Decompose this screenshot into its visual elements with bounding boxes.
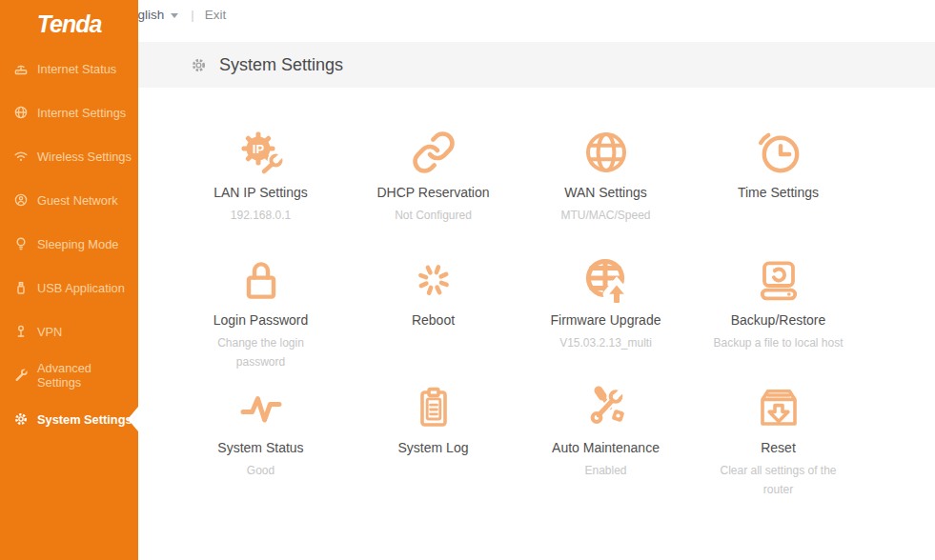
sidebar-item-sleeping-mode[interactable]: Sleeping Mode <box>0 222 138 266</box>
tile-title: Firmware Upgrade <box>551 312 661 329</box>
tools-icon <box>583 385 629 430</box>
vpn-icon <box>13 324 29 339</box>
clipboard-icon <box>411 385 457 430</box>
tile-reset[interactable]: Reset Clear all settings of the router <box>692 385 864 512</box>
settings-grid: IP LAN IP Settings 192.168.0.1 DHCP Rese… <box>174 130 864 512</box>
top-bar: English | Exit <box>0 0 935 42</box>
tile-wan-settings[interactable]: WAN Settings MTU/MAC/Speed <box>519 130 692 257</box>
sidebar-item-label: VPN <box>37 325 62 339</box>
pulse-icon <box>238 385 284 430</box>
sidebar-nav: Internet Status Internet Settings Wirele… <box>0 47 138 441</box>
tile-title: Backup/Restore <box>731 312 826 329</box>
exit-link[interactable]: Exit <box>205 8 227 22</box>
chevron-down-icon <box>171 13 178 18</box>
active-item-arrow <box>128 407 138 431</box>
link-icon <box>411 130 457 175</box>
tile-title: Auto Maintenance <box>552 440 660 456</box>
tile-reboot[interactable]: Reboot <box>347 257 519 385</box>
router-icon <box>13 61 29 76</box>
tile-time-settings[interactable]: Time Settings <box>692 130 864 257</box>
tile-title: LAN IP Settings <box>213 185 308 201</box>
backup-drive-icon <box>756 257 802 303</box>
wifi-icon <box>13 149 29 164</box>
tile-system-status[interactable]: System Status Good <box>174 385 347 512</box>
tile-auto-maintenance[interactable]: Auto Maintenance Enabled <box>519 385 692 512</box>
router-admin-screen: English | Exit Tenda Internet Status Int <box>0 0 935 560</box>
globe-icon <box>13 105 29 120</box>
tile-subtitle: V15.03.2.13_multi <box>559 333 652 352</box>
tile-title: WAN Settings <box>564 185 647 201</box>
sidebar-item-internet-settings[interactable]: Internet Settings <box>0 90 138 134</box>
tile-subtitle: MTU/MAC/Speed <box>560 206 650 225</box>
tile-subtitle: Backup a file to local host <box>713 333 843 352</box>
tile-title: System Status <box>217 440 303 456</box>
bulb-icon <box>13 236 29 251</box>
tile-dhcp-reservation[interactable]: DHCP Reservation Not Configured <box>347 130 519 257</box>
tile-subtitle: Good <box>247 461 274 480</box>
wrench-icon <box>13 368 29 383</box>
tile-title: DHCP Reservation <box>376 185 489 201</box>
globe-icon <box>583 130 629 175</box>
sidebar-item-label: Internet Settings <box>37 106 126 120</box>
tile-title: Reset <box>761 440 796 456</box>
sidebar-item-usb-application[interactable]: USB Application <box>0 266 138 310</box>
tile-title: Reboot <box>412 312 455 329</box>
tile-title: Time Settings <box>738 185 819 201</box>
svg-text:IP: IP <box>252 142 264 156</box>
page-header: System Settings <box>138 42 935 88</box>
sidebar-item-label: USB Application <box>37 281 125 295</box>
tile-subtitle: Not Configured <box>395 206 472 225</box>
tile-subtitle: Change the login password <box>217 333 304 372</box>
tile-lan-ip-settings[interactable]: IP LAN IP Settings 192.168.0.1 <box>174 130 347 257</box>
sidebar-item-system-settings[interactable]: System Settings <box>0 397 138 441</box>
tile-system-log[interactable]: System Log <box>347 385 519 512</box>
sidebar-item-guest-network[interactable]: Guest Network <box>0 178 138 222</box>
page-title: System Settings <box>219 55 343 75</box>
sidebar-item-advanced-settings[interactable]: Advanced Settings <box>0 353 138 397</box>
tile-subtitle: Clear all settings of the router <box>720 461 836 500</box>
tile-login-password[interactable]: Login Password Change the login password <box>174 257 347 385</box>
sidebar-item-label: System Settings <box>37 412 132 427</box>
sidebar-item-wireless-settings[interactable]: Wireless Settings <box>0 134 138 178</box>
spinner-icon <box>411 257 457 303</box>
tile-subtitle: Enabled <box>584 461 626 480</box>
clock-icon <box>756 130 802 175</box>
sidebar-item-internet-status[interactable]: Internet Status <box>0 47 138 90</box>
tenda-logo: Tenda <box>0 0 138 47</box>
sidebar-item-label: Advanced Settings <box>37 361 138 390</box>
globe-upload-icon <box>583 257 629 303</box>
lan-ip-gear-icon: IP <box>238 130 284 175</box>
lock-icon <box>238 257 284 303</box>
topbar-separator: | <box>191 8 193 22</box>
tile-backup-restore[interactable]: Backup/Restore Backup a file to local ho… <box>692 257 864 385</box>
guest-icon <box>13 192 29 208</box>
usb-icon <box>13 280 29 295</box>
tile-subtitle: 192.168.0.1 <box>231 206 291 225</box>
sidebar-item-label: Internet Status <box>37 62 116 76</box>
tile-firmware-upgrade[interactable]: Firmware Upgrade V15.03.2.13_multi <box>519 257 692 385</box>
tile-title: System Log <box>398 440 469 456</box>
sidebar-item-label: Guest Network <box>37 193 118 208</box>
sidebar: Tenda Internet Status Internet Settings <box>0 0 138 560</box>
reset-box-icon <box>756 385 802 430</box>
tile-title: Login Password <box>213 312 309 329</box>
gear-icon <box>191 57 207 73</box>
sidebar-item-label: Wireless Settings <box>37 150 132 164</box>
gear-icon <box>13 411 29 427</box>
sidebar-item-vpn[interactable]: VPN <box>0 310 138 353</box>
sidebar-item-label: Sleeping Mode <box>37 237 118 251</box>
